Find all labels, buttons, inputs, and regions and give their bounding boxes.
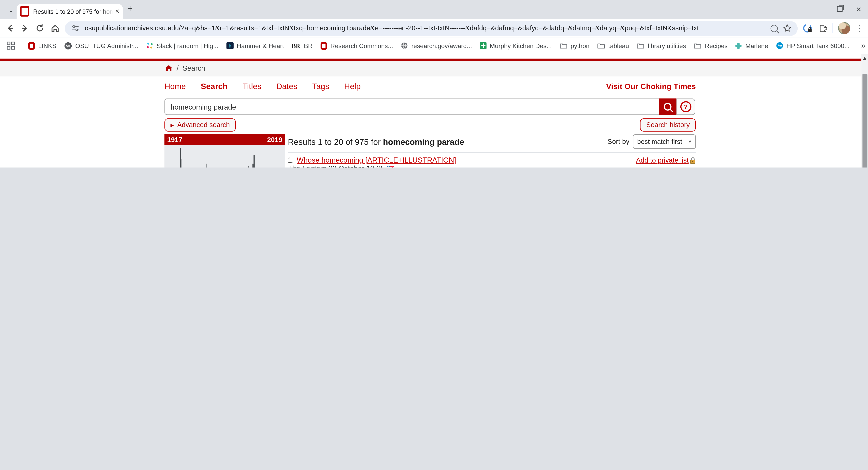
restore-button[interactable]: [830, 5, 849, 13]
bookmark-label: BR: [304, 42, 312, 49]
bookmark-item[interactable]: library utilities: [633, 41, 690, 51]
password-manager-icon[interactable]: [803, 23, 813, 33]
nav-link-dates[interactable]: Dates: [276, 82, 297, 91]
histogram-bar: [180, 147, 181, 168]
histogram-start-year: 1917: [167, 136, 182, 143]
nav-link-help[interactable]: Help: [344, 82, 361, 91]
breadcrumb-current: Search: [183, 64, 205, 72]
bookmark-item[interactable]: research.gov/award...: [397, 40, 476, 51]
nav-link-titles[interactable]: Titles: [243, 82, 261, 91]
sheets-icon: [480, 42, 487, 49]
add-to-private-list-link[interactable]: Add to private list: [636, 157, 689, 164]
bookmark-item[interactable]: Slack | random | Hig...: [142, 40, 222, 51]
tab-search-chevron-icon[interactable]: ⌄: [5, 4, 17, 15]
search-history-label: Search history: [646, 121, 690, 129]
bookmark-item[interactable]: hpHP Smart Tank 6000...: [772, 40, 854, 51]
advanced-search-button[interactable]: ▶ Advanced search: [164, 119, 236, 132]
bookmark-item[interactable]: WOSU_TUG Administr...: [60, 40, 142, 51]
forward-button[interactable]: [20, 23, 30, 33]
bookmark-item[interactable]: tableau: [593, 41, 633, 51]
bookmark-item[interactable]: Research Commons...: [316, 40, 397, 51]
search-input[interactable]: [164, 98, 659, 115]
search-button[interactable]: [659, 98, 677, 115]
minimize-button[interactable]: —: [812, 5, 830, 13]
scrollbar-thumb[interactable]: [862, 74, 867, 168]
breadcrumb-separator: /: [177, 64, 179, 72]
help-icon: ?: [680, 101, 691, 112]
browser-window: ⌄ Results 1 to 20 of 975 for home ✕ + — …: [0, 0, 868, 168]
add-to-private-list[interactable]: Add to private list: [636, 157, 696, 164]
scroll-up-icon[interactable]: [863, 57, 866, 60]
osu-o-icon: [320, 42, 327, 49]
br-icon: BR: [292, 42, 301, 49]
bookmarks-overflow-icon[interactable]: »: [858, 41, 868, 50]
result-meta: The Lantern 23 October 1978: [288, 164, 696, 168]
bookmark-item[interactable]: BRBR: [288, 40, 316, 51]
search-help-button[interactable]: ?: [677, 98, 695, 115]
search-bar: ?: [164, 98, 696, 115]
bookmark-label: Murphy Kitchen Des...: [490, 42, 552, 49]
bookmark-item[interactable]: bHammer & Heart: [222, 40, 288, 51]
padlock-icon: [690, 157, 696, 164]
site-nav: HomeSearchTitlesDatesTagsHelp Visit Our …: [164, 81, 696, 91]
browser-tab[interactable]: Results 1 to 20 of 975 for home ✕: [17, 4, 123, 19]
extensions-icon[interactable]: [818, 23, 828, 33]
page-top-accent-bar: [0, 59, 861, 61]
browser-toolbar: osupublicationarchives.osu.edu/?a=q&hs=1…: [0, 19, 868, 37]
folder-icon: [637, 42, 645, 49]
apps-grid-icon[interactable]: [5, 41, 16, 51]
results-query: homecoming parade: [383, 137, 464, 146]
page-viewport: / Search HomeSearchTitlesDatesTagsHelp V…: [0, 54, 868, 168]
bookmark-label: Recipes: [705, 42, 727, 49]
bookmark-label: tableau: [609, 42, 629, 49]
page-scrollbar[interactable]: [861, 54, 868, 168]
nav-link-home[interactable]: Home: [164, 82, 186, 91]
profile-avatar[interactable]: [838, 22, 850, 34]
triangle-icon: ▶: [170, 123, 174, 128]
bookmark-item[interactable]: Marlene: [732, 41, 772, 51]
result-title-link[interactable]: Whose homecoming [ARTICLE+ILLUSTRATION]: [297, 156, 456, 164]
nav-link-search[interactable]: Search: [201, 82, 228, 91]
result-row: 1.Whose homecoming [ARTICLE+ILLUSTRATION…: [288, 153, 696, 168]
wordpress-icon: W: [64, 42, 72, 49]
browser-titlebar: ⌄ Results 1 to 20 of 975 for home ✕ + — …: [0, 0, 868, 19]
site-settings-icon[interactable]: [70, 23, 80, 33]
svg-text:b: b: [229, 43, 231, 48]
bookmark-item[interactable]: LINKS: [24, 40, 60, 51]
bookmark-star-icon[interactable]: [782, 23, 792, 33]
bookmark-label: HP Smart Tank 6000...: [786, 42, 849, 49]
bookmark-label: research.gov/award...: [411, 42, 472, 49]
back-button[interactable]: [5, 23, 15, 33]
reload-button[interactable]: [35, 23, 45, 33]
bookmark-label: Hammer & Heart: [237, 42, 284, 49]
results-summary: Results 1 to 20 of 975 for homecoming pa…: [288, 137, 464, 146]
search-history-button[interactable]: Search history: [640, 119, 696, 132]
slack-icon: [146, 42, 153, 49]
svg-text:BR: BR: [292, 43, 301, 49]
nav-link-tags[interactable]: Tags: [312, 82, 329, 91]
close-button[interactable]: ✕: [849, 5, 868, 13]
sort-select[interactable]: best match first ˅: [633, 134, 696, 149]
tab-close-icon[interactable]: ✕: [115, 8, 120, 14]
bookmark-item[interactable]: Recipes: [690, 41, 732, 51]
bookmark-item[interactable]: Murphy Kitchen Des...: [476, 40, 556, 51]
visit-choking-times-link[interactable]: Visit Our Choking Times: [606, 82, 696, 91]
bookmark-label: python: [570, 42, 589, 49]
results-panel: Results 1 to 20 of 975 for homecoming pa…: [288, 134, 696, 168]
home-button[interactable]: [50, 23, 60, 33]
histogram-bar: [252, 164, 253, 168]
zoom-out-icon[interactable]: [771, 25, 778, 32]
new-tab-button[interactable]: +: [127, 3, 133, 14]
bookmark-item[interactable]: python: [556, 41, 593, 51]
restore-icon: [837, 6, 842, 12]
date-histogram[interactable]: 1917 2019: [164, 134, 285, 168]
folder-icon: [597, 42, 605, 49]
browser-menu-icon[interactable]: ⋮: [855, 24, 863, 33]
cross-icon: [736, 42, 742, 49]
histogram-bar: [254, 155, 254, 168]
bookmark-label: Research Commons...: [331, 42, 393, 49]
url-bar[interactable]: osupublicationarchives.osu.edu/?a=q&hs=1…: [65, 21, 798, 36]
home-icon[interactable]: [165, 65, 173, 72]
url-text[interactable]: osupublicationarchives.osu.edu/?a=q&hs=1…: [85, 24, 766, 32]
osu-o-icon: [28, 42, 35, 49]
